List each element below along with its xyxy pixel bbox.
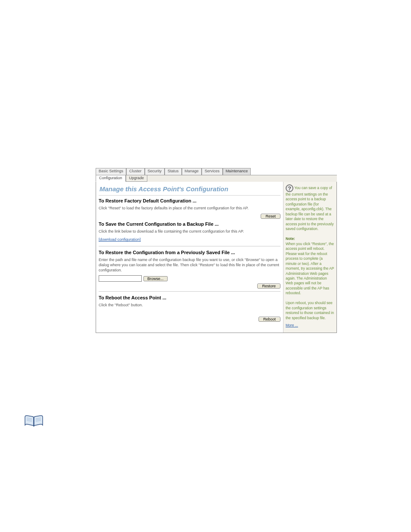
tab-maintenance[interactable]: Maintenance: [223, 168, 251, 175]
text-factory-default: Click "Reset" to load the factory defaul…: [99, 206, 280, 211]
divider: [99, 246, 280, 246]
file-chooser-row: Browse...: [99, 275, 280, 282]
app-window: Basic Settings Cluster Security Status M…: [96, 168, 337, 333]
reboot-button[interactable]: Reboot: [258, 317, 280, 322]
browse-button[interactable]: Browse...: [143, 276, 168, 281]
tab-cluster[interactable]: Cluster: [126, 168, 145, 175]
help-icon: ?: [286, 184, 293, 192]
text-reboot: Click the "Reboot" button.: [99, 303, 280, 308]
download-configuration-link[interactable]: [download configuration]: [99, 237, 141, 242]
page-title: Manage this Access Point's Configuration: [99, 184, 280, 196]
heading-save-backup: To Save the Current Configuration to a B…: [99, 221, 280, 227]
help-note-label: Note:: [286, 236, 295, 241]
help-intro: You can save a copy of the current setti…: [286, 186, 334, 231]
restore-file-input[interactable]: [99, 275, 142, 282]
heading-restore-file: To Restore the Configuration from a Prev…: [99, 250, 280, 255]
help-sidebar: ? You can save a copy of the current set…: [283, 182, 336, 333]
reset-button[interactable]: Reset: [261, 214, 280, 219]
book-icon: [24, 414, 44, 429]
tab-manage[interactable]: Manage: [182, 168, 202, 175]
content-area: Manage this Access Point's Configuration…: [96, 182, 337, 333]
top-tabs: Basic Settings Cluster Security Status M…: [96, 168, 337, 175]
heading-factory-default: To Restore Factory Default Configuration…: [99, 198, 280, 203]
tab-status[interactable]: Status: [165, 168, 182, 175]
restore-button[interactable]: Restore: [257, 283, 280, 289]
help-note-2: Upon reboot, you should see the configur…: [286, 301, 334, 320]
text-restore-file: Enter the path and file name of the conf…: [99, 258, 280, 273]
text-save-backup: Click the link below to download a file …: [99, 229, 280, 234]
tab-services[interactable]: Services: [202, 168, 223, 175]
sub-tabs: Configuration Upgrade: [96, 175, 337, 182]
subtab-upgrade[interactable]: Upgrade: [126, 175, 148, 182]
main-column: Manage this Access Point's Configuration…: [96, 182, 283, 333]
tab-basic-settings[interactable]: Basic Settings: [96, 168, 126, 175]
heading-reboot: To Reboot the Access Point ...: [99, 295, 280, 300]
subtab-configuration[interactable]: Configuration: [96, 175, 126, 182]
help-more-link[interactable]: More ...: [286, 323, 298, 328]
divider-2: [99, 291, 280, 292]
tab-security[interactable]: Security: [145, 168, 165, 175]
help-note-1: When you click "Restore", the access poi…: [286, 242, 334, 296]
